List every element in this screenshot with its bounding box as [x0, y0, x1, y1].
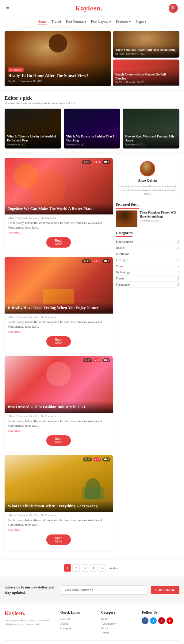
hero-main-card[interactable]: FASHION Ready To Go Home After The Sunse… — [5, 31, 111, 86]
hero-side-top-title: These Fabulous Photos Will Have Astonish… — [115, 48, 177, 52]
search-icon[interactable]: 🔍 — [169, 4, 178, 13]
editors-pick-section: Editor's pick Discover the most outstand… — [0, 92, 184, 152]
nav-pages[interactable]: Pages — [136, 19, 147, 25]
footer-link-about[interactable]: About — [60, 622, 98, 625]
cat-5-name: Technology — [116, 271, 130, 274]
newsletter-subscribe-button[interactable]: SUBSCRIBE — [151, 586, 179, 594]
editors-card-1-img: What It Takes to Live in the World of De… — [5, 109, 61, 148]
featured-read-more-button[interactable]: Read More — [46, 237, 71, 248]
sidebar: Alice Qelvin Lorem ipsum dolor sit amet,… — [116, 158, 179, 554]
page-1-button[interactable]: 1 — [64, 564, 71, 572]
pinterest-icon[interactable]: p — [158, 617, 165, 624]
nav-post-layout[interactable]: Post Layout — [91, 19, 111, 25]
page-5-button[interactable]: 5 — [98, 564, 105, 572]
article-card-2: 👁 0 2 ♥ 4 8 💬 9 What to Think About When… — [5, 455, 113, 551]
editors-card-1-date: November 18, 2021 — [7, 143, 59, 146]
badge-0-views: 👁 0 2 — [82, 259, 91, 263]
article-2-comment: No Comment — [41, 514, 56, 517]
cat-3-count: 10 — [176, 258, 179, 262]
site-logo[interactable]: Kayleen. — [75, 4, 103, 12]
newsletter-email-input[interactable] — [61, 585, 148, 595]
article-0-share[interactable]: Share this... — [8, 330, 109, 333]
featured-article-desc: Far far away, behind the word mountains,… — [8, 221, 109, 230]
article-1-share[interactable]: Share this... — [8, 429, 109, 432]
badge-comments: 💬 9 — [102, 160, 110, 164]
hero-side-bottom[interactable]: Watch Awesome Kate Manner Go Full Dancin… — [113, 60, 179, 86]
badge-2-likes: ♥ 4 8 — [93, 457, 102, 461]
cat-item-7[interactable]: Typography 15 — [116, 282, 179, 288]
fp-card-0-info: These Fabulous Photos Will Have Astonish… — [140, 210, 179, 227]
facebook-icon[interactable]: f — [142, 617, 148, 624]
cat-item-5[interactable]: Technology 9 — [116, 269, 179, 276]
footer-cat-health[interactable]: Health — [101, 617, 139, 621]
article-0-comment: No Comment — [41, 315, 56, 318]
article-1-img[interactable]: 👁 0 2 ♥ 4 8 💬 9 Best Dressed Girl in Fas… — [5, 356, 113, 413]
article-1-overlay: Best Dressed Girl in Fashion Industry in… — [5, 401, 113, 413]
page-next-button[interactable]: next » — [107, 565, 120, 571]
footer-logo[interactable]: Kayleen. — [5, 610, 57, 617]
cat-item-2[interactable]: Illustration 13 — [116, 251, 179, 257]
nav-post-format[interactable]: Post Format — [66, 19, 86, 25]
article-1-title: Best Dressed Girl in Fashion Industry in… — [8, 404, 110, 410]
article-2-desc: Far far away, behind the word mountains,… — [8, 518, 109, 527]
hamburger-icon[interactable]: ≡ — [6, 5, 9, 12]
hero-side-top[interactable]: These Fabulous Photos Will Have Astonish… — [113, 31, 179, 58]
article-0-meta: Alice • November 15, 2021 • No Comment — [8, 315, 109, 318]
cat-0-count: 15 — [176, 240, 179, 243]
editors-card-2-title: This Is My Favourite Fashion That I Watc… — [66, 134, 118, 142]
footer-cat-music[interactable]: Music — [101, 627, 139, 630]
fp-card-0[interactable]: These Fabulous Photos Will Have Astonish… — [116, 210, 179, 227]
nav-travel[interactable]: Travel — [52, 19, 61, 25]
cat-item-0[interactable]: Entertainment 15 — [116, 239, 179, 245]
hero-main-meta: By Alice • November 18, 2021 — [8, 79, 107, 83]
article-1-author: Alice — [8, 415, 14, 418]
featured-article-title: Together We Can Make The World A Better … — [8, 206, 110, 211]
cat-4-name: Music — [116, 264, 124, 268]
cat-item-6[interactable]: Travel 8 — [116, 276, 179, 282]
footer-cat-travel[interactable]: Travel — [101, 631, 139, 634]
twitter-icon[interactable]: t — [150, 617, 157, 624]
editors-pick-subtitle: Discover the most outstanding articles i… — [5, 102, 179, 105]
hero-side: These Fabulous Photos Will Have Astonish… — [113, 31, 179, 86]
hero-main-overlay: FASHION Ready To Go Home After The Sunse… — [5, 63, 111, 86]
article-2-date: November 15, 2021 — [17, 514, 39, 517]
article-2-share[interactable]: Share this... — [8, 528, 109, 531]
cat-item-3[interactable]: Life Style 10 — [116, 257, 179, 263]
fp-card-0-title: These Fabulous Photos Will Have Astonish… — [140, 210, 179, 218]
nav-home[interactable]: Home — [38, 19, 47, 25]
page-4-button[interactable]: 4 — [90, 564, 97, 572]
footer-link-category[interactable]: Category — [60, 627, 98, 630]
badge-views: 👁 0 2 — [82, 160, 91, 164]
page-3-button[interactable]: 3 — [81, 564, 88, 572]
cat-7-name: Typography — [116, 283, 131, 286]
footer-link-contact[interactable]: Contact — [60, 617, 98, 621]
editors-card-2-overlay: This Is My Favourite Fashion That I Watc… — [64, 132, 121, 148]
hero-side-bottom-title: Watch Awesome Kate Manner Go Full Dancin… — [115, 72, 177, 80]
footer-cat-typography[interactable]: Typography — [101, 622, 139, 625]
hero-section: FASHION Ready To Go Home After The Sunse… — [0, 28, 184, 89]
article-2-read-more[interactable]: Read More — [46, 534, 71, 545]
article-2-overlay: What to Think About When Everything Goes… — [5, 500, 113, 512]
main-nav: Home Travel Post Format Post Layout Feat… — [0, 17, 184, 28]
main-content: 👁 0 2 ♥ 4 10 💬 9 Together We Can Make Th… — [5, 158, 113, 554]
featured-article-share[interactable]: Share this... — [8, 231, 109, 234]
nav-features[interactable]: Features — [116, 19, 131, 25]
featured-article-img[interactable]: 👁 0 2 ♥ 4 10 💬 9 Together We Can Make Th… — [5, 158, 113, 214]
article-2-meta: Alice • November 15, 2021 • No Comment — [8, 514, 109, 517]
editors-card-2[interactable]: This Is My Favourite Fashion That I Watc… — [64, 109, 121, 148]
cat-3-name: Life Style — [116, 258, 128, 262]
article-2-img[interactable]: 👁 0 2 ♥ 4 8 💬 9 What to Think About When… — [5, 455, 113, 512]
article-0-img[interactable]: 👁 0 2 ♥ 4 11 💬 9 It Really Have Good Fee… — [5, 257, 113, 314]
article-0-read-more[interactable]: Read More — [46, 336, 71, 347]
youtube-icon[interactable]: ▶ — [167, 617, 173, 624]
article-0-badges: 👁 0 2 ♥ 4 11 💬 9 — [82, 259, 110, 263]
cat-item-4[interactable]: Music 12 — [116, 263, 179, 269]
page-2-button[interactable]: 2 — [72, 564, 80, 572]
footer-grid: Kayleen. Lorem ipsum dolor sit amet, con… — [5, 610, 179, 636]
article-1-read-more[interactable]: Read More — [46, 435, 71, 446]
editors-card-2-date: November 18, 2021 — [66, 143, 118, 146]
cat-item-1[interactable]: Health 18 — [116, 245, 179, 251]
editors-card-1[interactable]: What It Takes to Live in the World of De… — [5, 109, 61, 148]
site-footer: Kayleen. Lorem ipsum dolor sit amet, con… — [0, 604, 184, 644]
editors-card-3[interactable]: How to Keep Work and Personal Life Apart… — [123, 109, 179, 148]
